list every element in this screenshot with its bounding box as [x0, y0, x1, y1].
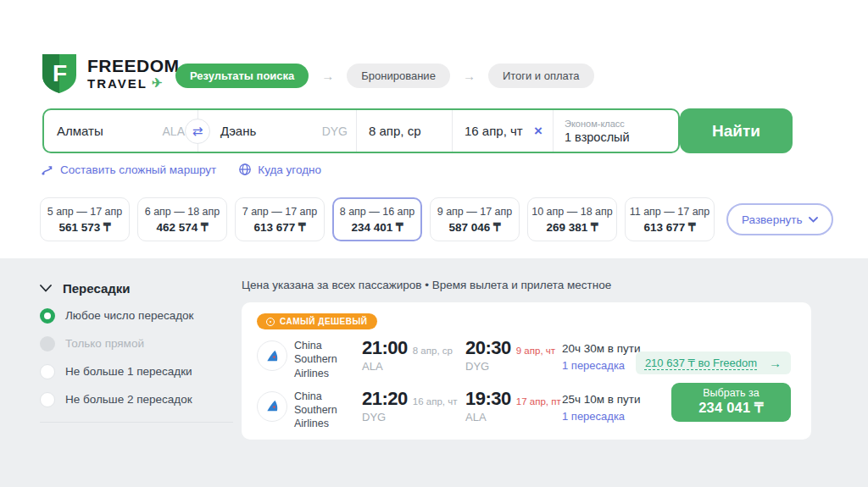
- arrival-time: 20:30: [465, 339, 511, 357]
- airline-logo-icon: [257, 340, 287, 371]
- airline-logo-icon: [257, 391, 287, 422]
- date-tab-2[interactable]: 6 апр — 18 апр 462 574 ₸: [137, 197, 227, 241]
- departure-block: 21:20 16 апр, чт DYG: [362, 390, 459, 423]
- brand-shield-icon: F: [41, 53, 78, 95]
- plane-icon: ✈: [152, 75, 163, 91]
- freedom-price-link[interactable]: 210 637 ₸ во Freedom →: [636, 351, 791, 374]
- departure-time: 21:20: [362, 390, 408, 408]
- depart-date-field[interactable]: 8 апр, ср: [357, 110, 452, 152]
- filters-panel: Пересадки Любое число пересадок Только п…: [40, 281, 233, 423]
- arrival-block: 19:30 17 апр, пт ALA: [465, 390, 562, 423]
- arrival-airport-code: ALA: [465, 411, 562, 423]
- breadcrumb-arrow-icon: →: [321, 69, 334, 83]
- radio-icon[interactable]: [40, 364, 55, 379]
- origin-city: Алматы: [57, 124, 103, 138]
- date-tab-4-selected[interactable]: 8 апр — 16 апр 234 401 ₸: [332, 197, 422, 241]
- swap-directions-icon[interactable]: ⇄: [185, 119, 210, 144]
- swap-wrap: ⇄: [185, 110, 210, 152]
- destination-field[interactable]: Дэань DYG: [210, 110, 356, 152]
- search-bar: Алматы ALA ⇄ Дэань DYG 8 апр, ср 16 апр,…: [42, 108, 680, 153]
- route-icon: [41, 163, 54, 176]
- cheapest-badge: САМЫЙ ДЕШЕВЫЙ: [257, 313, 377, 329]
- destination-code: DYG: [322, 125, 348, 138]
- globe-icon: [238, 163, 252, 176]
- class-passengers-field[interactable]: Эконом-класс 1 взрослый: [554, 110, 678, 152]
- chevron-down-icon: [809, 217, 818, 223]
- coin-icon: [266, 318, 275, 326]
- stops-link[interactable]: 1 пересадка: [562, 410, 641, 423]
- freedom-price-text: 210 637 ₸ во Freedom: [645, 357, 757, 369]
- arrow-right-icon: →: [769, 356, 782, 370]
- flight-card: САМЫЙ ДЕШЕВЫЙ China Southern Airlines 21…: [242, 302, 811, 440]
- departure-block: 21:00 8 апр, ср ALA: [362, 339, 459, 373]
- filter-option-max-1-transfer[interactable]: Не больше 1 пересадки: [40, 364, 233, 379]
- expand-dates-button[interactable]: Развернуть: [726, 203, 833, 235]
- svg-text:F: F: [53, 60, 67, 86]
- leg-meta: 25ч 10м в пути 1 пересадка: [562, 393, 641, 423]
- breadcrumb-step-results[interactable]: Результаты поиска: [175, 64, 309, 88]
- filter-option-max-2-transfers[interactable]: Не больше 2 пересадок: [40, 392, 233, 407]
- quick-links: Составить сложный маршрут Куда угодно: [41, 163, 321, 176]
- radio-icon[interactable]: [40, 392, 55, 407]
- arrival-block: 20:30 9 апр, чт DYG: [465, 339, 562, 373]
- date-tab-1[interactable]: 5 апр — 17 апр 561 573 ₸: [40, 197, 130, 241]
- cabin-class-label: Эконом-класс: [565, 119, 625, 129]
- results-section: Пересадки Любое число пересадок Только п…: [0, 258, 868, 487]
- date-price-tabs: 5 апр — 17 апр 561 573 ₸ 6 апр — 18 апр …: [40, 197, 833, 241]
- filter-option-any-transfers[interactable]: Любое число пересадок: [40, 308, 233, 324]
- arrival-airport-code: DYG: [465, 360, 562, 373]
- breadcrumb: Результаты поиска → Бронирование → Итоги…: [175, 64, 594, 88]
- chevron-down-icon: [40, 285, 52, 292]
- complex-route-link[interactable]: Составить сложный маршрут: [41, 163, 216, 176]
- stops-link[interactable]: 1 пересадка: [562, 359, 641, 372]
- search-submit-button[interactable]: Найти: [680, 108, 793, 153]
- origin-code: ALA: [163, 125, 185, 138]
- departure-date: 8 апр, ср: [413, 346, 453, 356]
- duration-text: 20ч 30м в пути: [562, 342, 641, 355]
- radio-disabled-icon: [40, 336, 55, 351]
- select-fare-label: Выбрать за: [671, 387, 791, 399]
- clear-return-date-icon[interactable]: ×: [534, 124, 542, 138]
- arrival-time: 19:30: [465, 390, 511, 408]
- depart-date-value: 8 апр, ср: [369, 124, 421, 138]
- brand-name-line2: TRAVEL ✈: [87, 75, 180, 91]
- arrival-date: 17 апр, пт: [516, 396, 561, 407]
- filters-divider: [40, 422, 233, 423]
- breadcrumb-step-booking[interactable]: Бронирование: [347, 64, 450, 88]
- select-fare-button[interactable]: Выбрать за 234 041 ₸: [671, 383, 791, 422]
- anywhere-label: Куда угодно: [258, 163, 321, 176]
- offer-column: 210 637 ₸ во Freedom → Выбрать за 234 04…: [636, 351, 791, 422]
- arrival-date: 9 апр, чт: [516, 346, 555, 356]
- brand-logo[interactable]: F FREEDOM TRAVEL ✈: [41, 53, 180, 95]
- select-fare-price: 234 041 ₸: [671, 400, 791, 416]
- filters-title: Пересадки: [63, 281, 131, 296]
- breadcrumb-step-payment[interactable]: Итоги и оплата: [488, 64, 594, 88]
- airline-name: China Southern Airlines: [294, 339, 355, 380]
- leg-meta: 20ч 30м в пути 1 пересадка: [562, 342, 641, 372]
- results-note: Цена указана за всех пассажиров • Время …: [242, 279, 811, 291]
- airline-name: China Southern Airlines: [294, 390, 355, 431]
- filter-option-direct-only: Только прямой: [40, 336, 233, 351]
- return-date-value: 16 апр, чт: [465, 124, 523, 138]
- breadcrumb-arrow-icon: →: [463, 69, 476, 83]
- departure-airport-code: ALA: [362, 360, 459, 373]
- date-tab-7[interactable]: 11 апр — 17 апр 613 677 ₸: [625, 197, 715, 241]
- date-tab-3[interactable]: 7 апр — 17 апр 613 677 ₸: [235, 197, 325, 241]
- return-date-field[interactable]: 16 апр, чт ×: [453, 110, 553, 152]
- destination-city: Дэань: [220, 124, 256, 138]
- complex-route-label: Составить сложный маршрут: [60, 163, 216, 176]
- date-tab-5[interactable]: 9 апр — 17 апр 587 046 ₸: [430, 197, 520, 241]
- date-tab-6[interactable]: 10 апр — 18 апр 269 381 ₸: [527, 197, 617, 241]
- results-list: Цена указана за всех пассажиров • Время …: [242, 279, 811, 440]
- passengers-value: 1 взрослый: [565, 130, 630, 144]
- departure-time: 21:00: [362, 339, 408, 357]
- brand-name-line1: FREEDOM: [87, 57, 180, 75]
- departure-airport-code: DYG: [362, 411, 459, 423]
- origin-field[interactable]: Алматы ALA: [44, 110, 185, 152]
- departure-date: 16 апр, чт: [413, 396, 458, 407]
- brand-wordmark: FREEDOM TRAVEL ✈: [87, 57, 180, 91]
- radio-selected-icon[interactable]: [40, 308, 55, 324]
- filters-transfers-header[interactable]: Пересадки: [40, 281, 233, 296]
- anywhere-link[interactable]: Куда угодно: [238, 163, 321, 176]
- duration-text: 25ч 10м в пути: [562, 393, 641, 406]
